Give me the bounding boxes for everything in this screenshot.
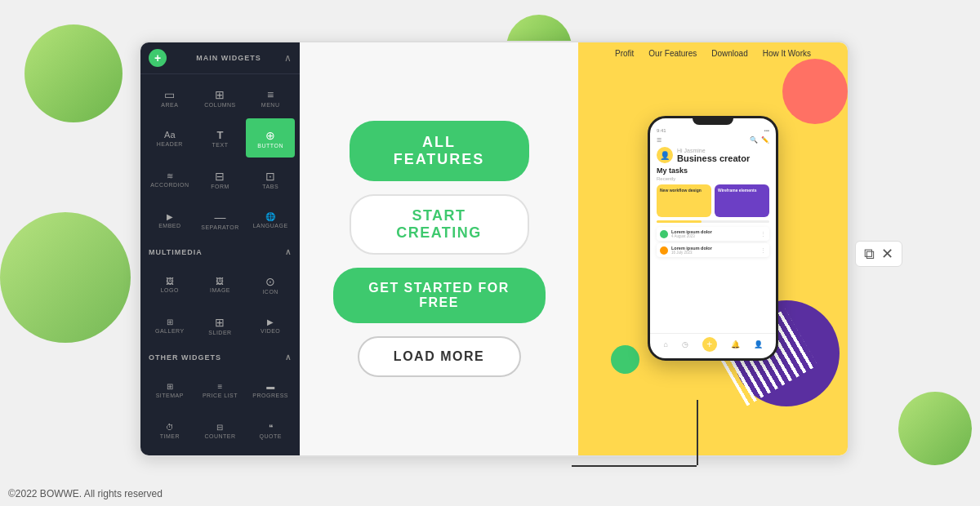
widget-timer[interactable]: ⏱ TIMER: [145, 411, 194, 450]
task-card-purple-label: Wireframe elements: [718, 188, 766, 193]
nav-how-it-works[interactable]: How It Works: [763, 49, 811, 58]
phone-user-icon: 👤: [754, 340, 763, 348]
timer-label: TIMER: [160, 433, 180, 439]
other-widgets-header[interactable]: OTHER WIDGETS ∧: [140, 348, 300, 366]
edit-phone-icon: ✏️: [761, 136, 769, 144]
slider-label: SLIDER: [208, 330, 231, 335]
phone-clock-icon: ◷: [682, 340, 688, 348]
widget-video[interactable]: ▶ VIDEO: [246, 305, 295, 344]
timer-icon: ⏱: [166, 424, 174, 432]
phone-status-bar: 9:41 ▪▪▪: [657, 128, 769, 133]
other-widgets-grid: ⊞ SITEMAP ≡ PRICE LIST ▬ PROGRESS ⏱ TIME…: [140, 366, 300, 455]
load-more-button[interactable]: LOAD MORE: [358, 336, 521, 377]
widget-button[interactable]: ⊕ BUTTON: [246, 118, 295, 158]
close-toolbar-button[interactable]: ✕: [881, 245, 893, 263]
task-card-yellow-label: New workflow design: [660, 188, 708, 193]
sidebar-top-bar: + MAIN WIDGETS ∧: [140, 42, 300, 74]
widget-pricelist[interactable]: ≡ PRICE LIST: [196, 370, 245, 409]
all-features-button[interactable]: ALL FEATURES: [350, 121, 529, 181]
widget-language[interactable]: 🌐 LANGUAGE: [246, 200, 295, 239]
duplicate-icon[interactable]: ⧉: [864, 246, 875, 263]
multimedia-grid: 🖼 LOGO 🖼 IMAGE ⊙ ICON ⊞ GALLERY ⊞ SL: [140, 261, 300, 348]
main-widgets-chevron: ∧: [284, 52, 292, 64]
slider-icon: ⊞: [215, 317, 225, 328]
task-info-1: Lorem ipsum dolor 4 August 2023: [671, 229, 712, 238]
widget-gallery[interactable]: ⊞ GALLERY: [145, 305, 194, 344]
video-label: VIDEO: [261, 328, 280, 334]
widget-separator[interactable]: — SEPARATOR: [196, 200, 245, 239]
task-card-purple: Wireframe elements: [715, 184, 769, 217]
task-list-item-2: Lorem ipsum dolor 16 July 2023 ⋮: [657, 243, 769, 257]
task-dot-2: [660, 246, 668, 255]
phone-signals: ▪▪▪: [764, 128, 769, 133]
widget-logo[interactable]: 🖼 LOGO: [145, 264, 194, 304]
other-widgets-title: OTHER WIDGETS: [149, 353, 221, 362]
widget-icon-item[interactable]: ⊙ ICON: [246, 264, 295, 304]
task-list-item-1: Lorem ipsum dolor 4 August 2023 ⋮: [657, 227, 769, 241]
task-info-2: Lorem ipsum dolor 16 July 2023: [671, 246, 712, 255]
accordion-label: ACCORDION: [150, 182, 189, 188]
widget-columns[interactable]: ⊞ COLUMNS: [196, 78, 245, 117]
widget-quote[interactable]: ❝ QUOTE: [246, 411, 295, 450]
widget-iframe[interactable]: </> IFRAME: [145, 451, 194, 455]
start-creating-button[interactable]: START CREATING: [350, 194, 529, 255]
video-icon: ▶: [267, 318, 274, 326]
image-label: IMAGE: [210, 287, 230, 293]
copyright-text: ©2022 BOWWE. All rights reserved: [8, 488, 163, 499]
widget-slider[interactable]: ⊞ SLIDER: [196, 305, 245, 344]
phone-header: ☰ 🔍 ✏️: [657, 136, 769, 144]
widget-embed[interactable]: ▶ EMBED: [145, 200, 194, 239]
phone-right-icons: 🔍 ✏️: [750, 136, 769, 144]
quote-icon: ❝: [269, 424, 273, 432]
menu-label: MENU: [261, 102, 280, 108]
other-widgets-section: OTHER WIDGETS ∧ ⊞ SITEMAP ≡ PRICE LIST ▬…: [140, 348, 300, 455]
header-label: HEADER: [157, 141, 183, 147]
menu-icon: ≡: [267, 89, 274, 100]
phone-avatar: 👤: [657, 147, 673, 163]
task-cards-row: New workflow design Wireframe elements: [657, 184, 769, 217]
widget-area[interactable]: ▭ AREA: [145, 78, 194, 117]
preview-circle-red: [782, 59, 848, 124]
separator-icon: —: [214, 211, 225, 223]
nav-profit[interactable]: Profit: [615, 49, 634, 58]
multimedia-section: MULTIMEDIA ∧ 🖼 LOGO 🖼 IMAGE ⊙ ICON ⊞: [140, 242, 300, 348]
phone-bottom-bar: ⌂ ◷ + 🔔 👤: [650, 333, 776, 355]
footer: ©2022 BOWWE. All rights reserved: [8, 488, 163, 499]
nav-features[interactable]: Our Features: [648, 49, 697, 58]
text-label: TEXT: [212, 142, 229, 148]
widget-menu[interactable]: ≡ MENU: [246, 78, 295, 117]
widget-counter[interactable]: ⊟ COUNTER: [196, 411, 245, 450]
columns-icon: ⊞: [215, 89, 225, 100]
task-date-1: 4 August 2023: [671, 234, 712, 238]
preview-nav: Profit Our Features Download How It Work…: [578, 42, 848, 64]
phone-greeting-row: 👤 Hi Jasmine Business creator: [657, 147, 769, 163]
other-widgets-chevron: ∧: [285, 353, 292, 362]
widget-sitemap[interactable]: ⊞ SITEMAP: [145, 370, 194, 409]
phone-tasks-title: My tasks: [657, 166, 769, 175]
text-icon: T: [217, 130, 224, 140]
phone-tasks-sub: Recently: [657, 176, 769, 181]
phone-greeting-text: Hi Jasmine: [677, 148, 750, 153]
pricelist-icon: ≡: [218, 383, 223, 391]
sitemap-label: SITEMAP: [156, 393, 184, 398]
nav-download[interactable]: Download: [711, 49, 747, 58]
widget-tabs[interactable]: ⊡ TABS: [246, 159, 295, 198]
preview-area: Profit Our Features Download How It Work…: [578, 42, 848, 455]
widget-image[interactable]: 🖼 IMAGE: [196, 264, 245, 304]
area-icon: ▭: [164, 89, 175, 100]
widget-form[interactable]: ⊟ FORM: [196, 159, 245, 198]
gallery-label: GALLERY: [155, 328, 185, 334]
get-started-button[interactable]: GET STARTED FOR FREE: [333, 268, 546, 323]
phone-add-icon: +: [702, 337, 717, 352]
quote-label: QUOTE: [259, 433, 281, 439]
phone-home-icon: ⌂: [663, 340, 667, 348]
multimedia-header[interactable]: MULTIMEDIA ∧: [140, 242, 300, 261]
add-widget-button[interactable]: +: [149, 49, 167, 67]
widget-header[interactable]: Aa HEADER: [145, 118, 194, 158]
widget-text[interactable]: T TEXT: [196, 118, 245, 158]
bg-circle-bottom-right: [898, 392, 972, 465]
browser-window: + MAIN WIDGETS ∧ ▭ AREA ⊞ COLUMNS ≡ MENU…: [139, 41, 849, 457]
widget-accordion[interactable]: ≋ ACCORDION: [145, 159, 194, 198]
widget-progress[interactable]: ▬ PROGRESS: [246, 370, 295, 409]
phone-notch: [693, 118, 733, 125]
